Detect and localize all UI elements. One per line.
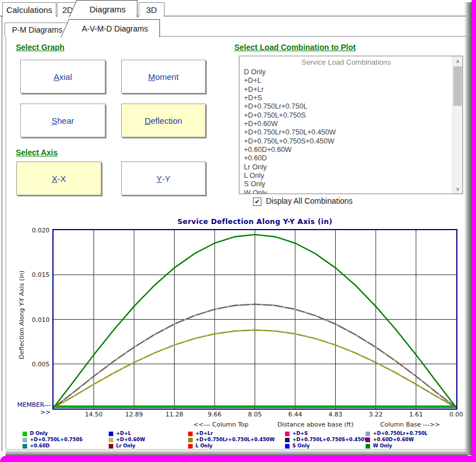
legend-swatch-icon [285, 438, 290, 442]
x-tick-label: 11.28 [158, 411, 192, 418]
legend-item: W Only [366, 443, 392, 448]
select-axis-heading: Select Axis [16, 148, 57, 157]
legend-swatch-icon [109, 444, 113, 448]
legend-swatch-icon [366, 438, 370, 442]
legend-label: D Only [30, 431, 48, 436]
legend-item: S Only [285, 443, 310, 448]
legend-item: +D+S [285, 431, 308, 436]
legend-swatch-icon [285, 432, 290, 436]
legend-swatch-icon [23, 438, 27, 442]
x-caption-column-base: Column Base --->> [380, 421, 440, 428]
legend-swatch-icon [23, 444, 27, 448]
listbox-header: Service Load Combinations [239, 56, 453, 68]
x-tick-label: 8.05 [238, 411, 272, 418]
graph-button-deflection[interactable]: Deflection [121, 104, 206, 137]
legend-label: +D+0.750L+0.750S+0.450W [292, 437, 370, 442]
graph-button-axial[interactable]: Axial [20, 60, 105, 93]
member-axis-label: MEMBER--->> [8, 401, 51, 416]
load-combination-item[interactable]: Lr Only [239, 163, 453, 172]
load-combination-item[interactable]: +0.60D [239, 154, 453, 163]
legend-item: Lr Only [109, 443, 135, 448]
legend-item: +D+0.750Lr+0.750L [366, 431, 428, 436]
chart-title: Service Deflection Along Y-Y Axis (in) [54, 217, 456, 226]
load-combination-item[interactable]: +D+0.750Lr+0.750L+0.450W [239, 128, 453, 137]
window-bottom-shadow [6, 450, 468, 456]
window-frame-bottom [0, 456, 476, 462]
load-combination-item[interactable]: +D+S [239, 94, 453, 102]
legend-label: W Only [373, 443, 392, 448]
legend-item: +0.60D [23, 443, 50, 448]
y-tick-label: 0.005 [19, 361, 50, 368]
select-graph-heading: Select Graph [16, 43, 64, 52]
legend-label: +D+0.750Lr+0.750L [373, 431, 428, 436]
graph-button-moment[interactable]: Moment [121, 60, 206, 93]
y-tick-label: 0.010 [19, 316, 50, 324]
axis-button-y-y[interactable]: Y-Y [121, 162, 206, 195]
x-tick-label: 14.50 [77, 411, 111, 418]
legend-label: +0.60D [30, 443, 50, 448]
tab-calculations[interactable]: Calculations [2, 2, 56, 17]
x-tick-label: 9.66 [198, 411, 232, 418]
window-left-border [2, 16, 2, 451]
legend-item: +D+Lr [188, 431, 213, 436]
legend-swatch-icon [188, 438, 193, 442]
legend-label: S Only [292, 443, 310, 448]
scroll-down-button[interactable]: ∨ [453, 184, 462, 194]
legend-label: L Only [195, 443, 212, 448]
legend-swatch-icon [188, 432, 193, 436]
legend-label: +D+0.750Lr+0.750L+0.450W [195, 437, 275, 442]
load-combination-item[interactable]: +D+0.750L+0.750S [239, 111, 453, 120]
x-caption-column-top: <<--- Column Top [193, 421, 248, 428]
load-combination-item[interactable]: +D+0.60W [239, 120, 453, 128]
legend-label: +D+S [292, 431, 308, 436]
legend-item: +0.60D+0.60W [366, 437, 414, 442]
subtab-a-v-m-d-diagrams[interactable]: A-V-M-D Diagrams [70, 19, 160, 37]
x-tick-label: 4.83 [319, 411, 353, 418]
legend-label: +0.60D+0.60W [373, 437, 414, 442]
scrollbar-thumb[interactable] [453, 66, 462, 106]
display-all-combinations-checkbox[interactable]: ✔ [253, 198, 261, 206]
legend-swatch-icon [188, 444, 193, 448]
load-combination-item[interactable]: +0.60D+0.60W [239, 146, 453, 154]
legend-label: +D+L [116, 431, 131, 436]
x-tick-label: 6.44 [278, 411, 312, 418]
load-combination-listbox[interactable]: Service Load Combinations D Only+D+L+D+L… [239, 56, 463, 194]
legend-swatch-icon [366, 444, 370, 448]
load-combination-item[interactable]: +D+0.750Lr+0.750L [239, 102, 453, 111]
x-tick-label: 12.89 [117, 411, 151, 418]
load-combination-item[interactable]: L Only [239, 172, 453, 180]
listbox-items: D Only+D+L+D+Lr+D+S+D+0.750Lr+0.750L+D+0… [239, 68, 453, 194]
legend-swatch-icon [285, 444, 290, 448]
load-combination-item[interactable]: +D+L [239, 77, 453, 85]
graph-button-shear[interactable]: Shear [20, 104, 105, 137]
zero-deflection-band [54, 406, 456, 409]
legend-swatch-icon [109, 432, 113, 436]
scroll-up-button[interactable]: ∧ [453, 56, 462, 66]
axis-button-x-x[interactable]: X-X [16, 162, 101, 195]
y-tick-label: 0.015 [19, 271, 50, 279]
tab-diagrams[interactable]: Diagrams [78, 0, 137, 17]
legend-swatch-icon [109, 438, 113, 442]
x-axis-label: Distance above base (ft) [277, 421, 353, 428]
plot-canvas [54, 230, 456, 409]
legend-item: +D+0.750L+0.750S+0.450W [285, 437, 370, 442]
select-load-combination-heading: Select Load Combination to Plot [234, 43, 355, 52]
deflection-plot [52, 229, 457, 410]
tab-3d[interactable]: 3D [139, 2, 164, 17]
legend-item: +D+0.750Lr+0.750L+0.450W [188, 437, 275, 442]
application-window: Calculations2DDiagrams3D P-M DiagramsA-V… [0, 0, 476, 462]
load-combination-item[interactable]: W Only [239, 189, 453, 194]
load-combination-item[interactable]: S Only [239, 180, 453, 189]
legend-label: +D+Lr [195, 431, 213, 436]
load-combination-item[interactable]: +D+0.750L+0.750S+0.450W [239, 137, 453, 146]
listbox-scrollbar[interactable]: ∧ ∨ [452, 56, 462, 194]
legend-item: D Only [23, 431, 48, 436]
display-all-combinations-label: Display All Combinations [266, 196, 353, 205]
window-frame-right [471, 0, 476, 462]
legend-item: +D+0.60W [109, 437, 145, 442]
load-combination-item[interactable]: D Only [239, 68, 453, 77]
load-combination-item[interactable]: +D+Lr [239, 86, 453, 94]
subtab-p-m-diagrams[interactable]: P-M Diagrams [5, 23, 70, 37]
x-tick-label: 1.61 [399, 411, 433, 418]
checkmark-icon: ✔ [255, 199, 260, 205]
